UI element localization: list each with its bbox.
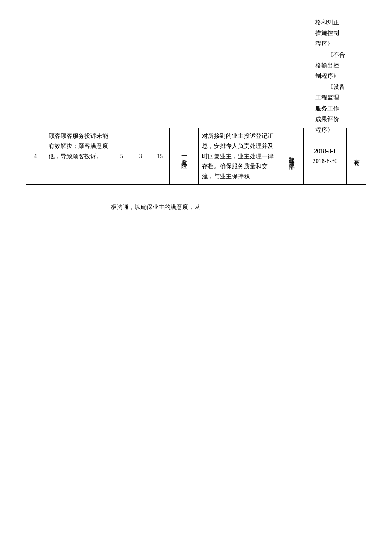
measure-description: 对所接到的业主投诉登记汇总，安排专人负责处理并及时回复业主，业主处理一律存档。确… [198, 128, 280, 185]
top-text-block: 格和纠正 措施控制 程序》 《不合 格输出控 制程序》 《设备 工程监理 服务工… [315, 17, 366, 135]
top-line-9: 服务工作 [315, 103, 366, 114]
top-line-4: 《不合 [315, 49, 366, 60]
top-line-10: 成果评价 [315, 114, 366, 125]
top-line-2: 措施控制 [315, 28, 366, 38]
risk-description: 顾客顾客服务投诉未能有效解决；顾客满意度低，导致顾客投诉。 [45, 128, 112, 185]
score-2: 3 [131, 128, 150, 185]
score-1: 5 [112, 128, 131, 185]
date-end: 2018-8-30 [307, 156, 343, 166]
top-line-3: 程序》 [315, 38, 366, 49]
bottom-continuation-text: 极沟通，以确保业主的满意度，从 [26, 202, 366, 212]
risk-combined: 顾客顾客服务投诉未能有效解决；顾客满意度低，导致顾客投诉。 [49, 131, 108, 161]
status: 有效 [347, 128, 366, 185]
top-line-5: 格输出控 [315, 60, 366, 71]
responsible-dept: 物业管理部 [280, 128, 303, 185]
top-line-11: 程序》 [315, 125, 366, 135]
top-line-7: 《设备 [315, 81, 366, 92]
page: 格和纠正 措施控制 程序》 《不合 格输出控 制程序》 《设备 工程监理 服务工… [0, 0, 392, 555]
top-line-1: 格和纠正 [315, 17, 366, 28]
row-number: 4 [26, 128, 45, 185]
top-line-6: 制程序》 [315, 71, 366, 81]
table-row: 4 顾客顾客服务投诉未能有效解决；顾客满意度低，导致顾客投诉。 5 3 15 一… [26, 128, 366, 185]
risk-type: 一般风险 [170, 128, 198, 185]
score-3: 15 [150, 128, 170, 185]
risk-table: 4 顾客顾客服务投诉未能有效解决；顾客满意度低，导致顾客投诉。 5 3 15 一… [26, 128, 366, 185]
date-start: 2018-8-1 [307, 146, 343, 157]
top-line-8: 工程监理 [315, 92, 366, 103]
date-range: 2018-8-1 2018-8-30 [303, 128, 346, 185]
